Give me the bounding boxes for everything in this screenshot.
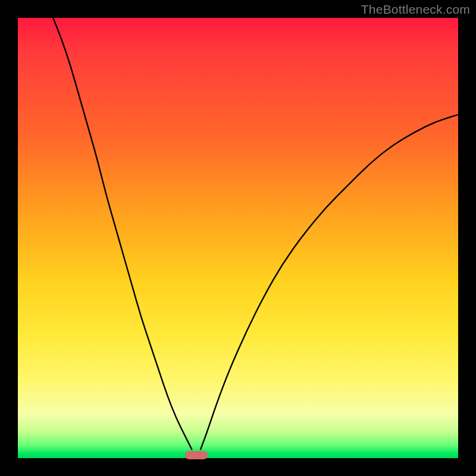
curve-left-branch: [53, 18, 192, 449]
curve-right-branch: [201, 115, 458, 449]
watermark-text: TheBottleneck.com: [361, 2, 470, 17]
bottleneck-curve: [18, 18, 458, 458]
chart-plot-area: [18, 18, 458, 458]
bottleneck-marker: [185, 451, 208, 459]
chart-frame: TheBottleneck.com: [0, 0, 476, 476]
